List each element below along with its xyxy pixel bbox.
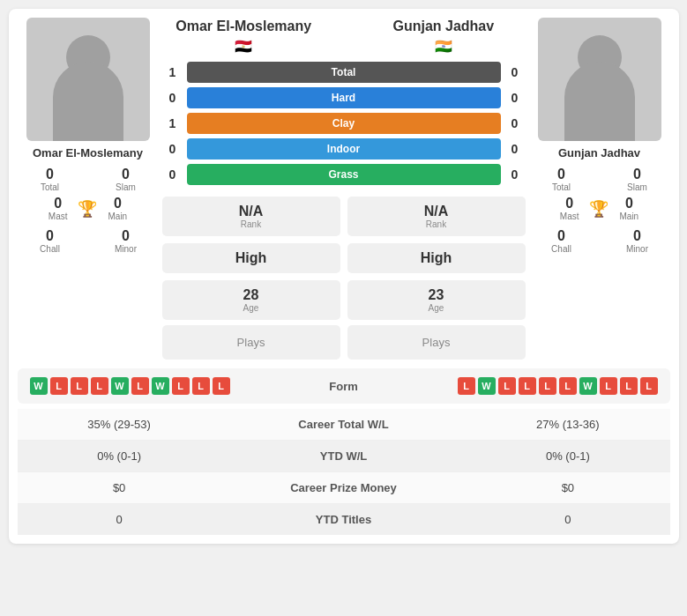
stats-table-container: 35% (29-53) Career Total W/L 27% (13-36)… xyxy=(18,409,670,535)
form-badge-left: L xyxy=(71,377,88,395)
left-player-column: Omar El-Moslemany 0 Total 0 Slam 0 Mast … xyxy=(18,18,159,254)
right-form-badges: LWLLLLWLLL xyxy=(458,377,658,395)
stats-row: $0 Career Prize Money $0 xyxy=(18,472,670,504)
score-indoor-row: 0 Indoor 0 xyxy=(162,138,526,160)
plays-boxes: Plays Plays xyxy=(162,325,526,360)
left-total-label: Total xyxy=(41,182,59,192)
form-badge-right: L xyxy=(458,377,475,395)
left-age-label: Age xyxy=(162,303,340,313)
left-minor-value: 0 xyxy=(122,228,130,244)
score-clay-row: 1 Clay 0 xyxy=(162,113,526,134)
left-name-flag: Omar El-Moslemany 🇪🇬 xyxy=(162,18,325,55)
left-main-label: Main xyxy=(108,212,127,221)
form-badge-left: L xyxy=(172,377,190,395)
form-badge-left: L xyxy=(91,377,108,395)
form-badge-left: L xyxy=(213,377,230,395)
surface-clay-btn: Clay xyxy=(187,113,501,134)
right-total-label: Total xyxy=(552,182,571,192)
right-mast-label: Mast xyxy=(560,212,579,221)
avatar-body-right xyxy=(564,62,635,141)
right-slam-stat: 0 Slam xyxy=(605,167,670,192)
form-badge-right: W xyxy=(579,377,597,395)
right-total-stat: 0 Total xyxy=(529,167,594,192)
left-age-box: 28 Age xyxy=(162,280,340,320)
right-player-column: Gunjan Jadhav 0 Total 0 Slam 0 Mast 🏆 xyxy=(529,18,670,254)
stats-row: 0% (0-1) YTD W/L 0% (0-1) xyxy=(18,441,670,472)
left-main-stat: 0 Main xyxy=(108,196,127,221)
left-player-stats: 0 Total 0 Slam xyxy=(18,167,159,192)
right-player-stats: 0 Total 0 Slam xyxy=(529,167,670,192)
score-grass-left: 0 xyxy=(162,167,183,182)
form-badge-right: L xyxy=(620,377,638,395)
score-clay-right: 0 xyxy=(504,116,526,130)
left-trophy-row: 0 Mast 🏆 0 Main xyxy=(49,196,127,221)
right-main-stat: 0 Main xyxy=(619,196,638,221)
right-main-label: Main xyxy=(619,212,638,221)
form-badge-left: W xyxy=(152,377,169,395)
middle-stat-boxes: N/A Rank N/A Rank xyxy=(162,197,526,236)
score-grass-right: 0 xyxy=(504,167,526,182)
form-badge-left: W xyxy=(111,377,129,395)
surface-total-btn: Total xyxy=(187,62,501,83)
score-total-row: 1 Total 0 xyxy=(162,62,526,83)
form-badge-right: L xyxy=(640,377,658,395)
form-badge-right: L xyxy=(498,377,516,395)
stats-center-label: YTD Titles xyxy=(221,513,467,526)
stats-center-label: Career Total W/L xyxy=(221,418,467,431)
main-card: Omar El-Moslemany 0 Total 0 Slam 0 Mast … xyxy=(9,9,679,544)
score-hard-row: 0 Hard 0 xyxy=(162,87,526,108)
right-rank-box: N/A Rank xyxy=(347,197,526,236)
stats-center-label: Career Prize Money xyxy=(221,481,467,494)
left-minor-stat: 0 Minor xyxy=(93,228,159,254)
left-flag: 🇪🇬 xyxy=(235,38,252,55)
left-chall-stat: 0 Chall xyxy=(18,228,83,254)
right-total-value: 0 xyxy=(557,167,565,182)
right-slam-label: Slam xyxy=(627,182,647,192)
right-trophy-row: 0 Mast 🏆 0 Main xyxy=(560,196,638,221)
stats-table: 35% (29-53) Career Total W/L 27% (13-36)… xyxy=(18,409,670,535)
left-age-value: 28 xyxy=(162,287,340,303)
right-age-box: 23 Age xyxy=(347,280,526,320)
right-chall-value: 0 xyxy=(557,228,565,244)
left-mast-stat: 0 Mast xyxy=(49,196,68,221)
right-minor-value: 0 xyxy=(633,228,641,244)
left-center-name: Omar El-Moslemany xyxy=(175,18,311,34)
stats-right-val: $0 xyxy=(466,481,669,494)
score-grass-row: 0 Grass 0 xyxy=(162,164,526,185)
right-mast-stat: 0 Mast xyxy=(560,196,579,221)
right-name-flag: Gunjan Jadhav 🇮🇳 xyxy=(362,18,525,55)
stats-right-val: 0% (0-1) xyxy=(466,449,669,463)
left-rank-value: N/A xyxy=(162,204,340,219)
form-badge-left: L xyxy=(131,377,149,395)
middle-age-boxes: 28 Age 23 Age xyxy=(162,280,526,320)
left-total-value: 0 xyxy=(46,167,54,182)
left-slam-stat: 0 Slam xyxy=(93,167,159,192)
form-badge-left: L xyxy=(192,377,210,395)
left-chall-label: Chall xyxy=(40,244,60,254)
stats-center-label: YTD W/L xyxy=(221,449,467,463)
right-mast-value: 0 xyxy=(565,196,573,212)
left-mast-value: 0 xyxy=(54,196,62,212)
right-center-name: Gunjan Jadhav xyxy=(392,18,494,34)
left-main-value: 0 xyxy=(114,196,122,212)
score-total-left: 1 xyxy=(162,65,183,79)
score-hard-right: 0 xyxy=(504,91,526,105)
form-label: Form xyxy=(309,380,379,393)
score-hard-left: 0 xyxy=(162,91,183,105)
surface-indoor-btn: Indoor xyxy=(187,138,501,160)
right-main-value: 0 xyxy=(625,196,633,212)
form-badge-right: L xyxy=(519,377,536,395)
left-high-value: High xyxy=(162,250,340,266)
form-badge-right: L xyxy=(559,377,577,395)
right-age-value: 23 xyxy=(347,287,526,303)
right-player-avatar xyxy=(538,18,661,141)
right-chall-stat: 0 Chall xyxy=(529,228,594,254)
stats-right-val: 0 xyxy=(466,513,669,526)
form-badge-left: W xyxy=(30,377,48,395)
score-indoor-left: 0 xyxy=(162,142,183,156)
stats-left-val: 0% (0-1) xyxy=(18,449,221,463)
right-high-box: High xyxy=(347,243,526,273)
left-chall-value: 0 xyxy=(46,228,54,244)
right-trophy-icon: 🏆 xyxy=(589,199,609,219)
right-age-label: Age xyxy=(347,303,526,313)
